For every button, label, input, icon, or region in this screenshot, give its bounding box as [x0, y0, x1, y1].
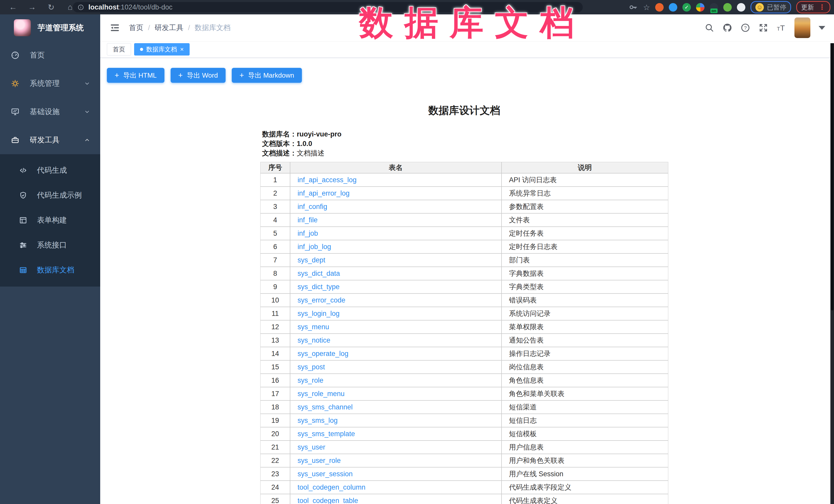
info-icon[interactable] — [77, 4, 84, 11]
table-link[interactable]: sys_sms_log — [298, 417, 337, 424]
kebab-menu-icon[interactable]: ⋮ — [818, 3, 826, 11]
meta-label: 文档描述： — [262, 149, 297, 157]
row-index: 24 — [260, 481, 290, 494]
ext-grid-icon[interactable] — [696, 3, 704, 12]
sidebar-subitem-4[interactable]: 数据库文档 — [0, 258, 100, 282]
row-index: 21 — [260, 440, 290, 454]
table-link[interactable]: sys_sms_template — [298, 430, 355, 438]
table-link[interactable]: sys_sms_channel — [298, 403, 353, 411]
table-link[interactable]: sys_post — [298, 363, 325, 371]
meta-value: 1.0.0 — [297, 140, 312, 148]
export-button-1[interactable]: +导出 Word — [171, 68, 225, 83]
row-index: 19 — [260, 414, 290, 427]
back-icon[interactable]: ← — [8, 3, 18, 12]
font-size-icon[interactable]: TT — [776, 23, 786, 32]
table-desc-cell: 短信日志 — [502, 414, 668, 427]
chevron-up-icon — [84, 137, 90, 144]
table-desc-cell: 系统异常日志 — [502, 187, 668, 200]
table-desc-cell: 角色信息表 — [502, 374, 668, 387]
chevron-down-icon — [84, 80, 90, 87]
paused-extension-chip[interactable]: ☺已暂停 — [750, 1, 791, 13]
meta-label: 数据库名： — [262, 130, 297, 138]
tab-1[interactable]: 数据库文档× — [134, 43, 190, 56]
app-logo — [14, 19, 31, 36]
table-row: 3inf_config参数配置表 — [260, 200, 668, 213]
export-button-0[interactable]: +导出 HTML — [107, 68, 164, 83]
breadcrumb-item[interactable]: 首页 — [129, 23, 144, 32]
ext-on-icon[interactable]: on — [710, 3, 718, 12]
table-link[interactable]: sys_operate_log — [298, 350, 348, 357]
table-link[interactable]: sys_error_code — [298, 296, 345, 304]
table-row: 17sys_role_menu角色和菜单关联表 — [260, 387, 668, 400]
row-index: 2 — [260, 187, 290, 200]
table-link[interactable]: sys_login_log — [298, 310, 340, 317]
table-link[interactable]: sys_user — [298, 443, 325, 451]
github-icon[interactable] — [723, 23, 732, 32]
breadcrumb-item[interactable]: 研发工具 — [155, 23, 183, 32]
ext-pin-icon[interactable] — [669, 3, 677, 12]
user-avatar[interactable] — [794, 18, 810, 38]
ext-leaf-icon[interactable] — [723, 3, 732, 12]
table-name-cell: sys_dict_data — [290, 267, 502, 280]
table-link[interactable]: inf_api_access_log — [298, 176, 357, 184]
sidebar-item-0[interactable]: 首页 — [0, 41, 100, 69]
export-button-label: 导出 Markdown — [248, 71, 294, 80]
table-desc-cell: 菜单权限表 — [502, 320, 668, 334]
sidebar-subitem-label: 代码生成示例 — [37, 190, 82, 200]
forward-icon[interactable]: → — [27, 3, 37, 12]
update-button[interactable]: 更新⋮ — [796, 1, 830, 13]
table-link[interactable]: inf_api_error_log — [298, 190, 350, 197]
hamburger-icon[interactable] — [109, 22, 120, 33]
ext-puzzle-icon[interactable] — [737, 3, 745, 12]
star-icon[interactable]: ☆ — [643, 3, 650, 12]
table-link[interactable]: sys_dict_data — [298, 270, 340, 277]
table-link[interactable]: sys_dept — [298, 256, 325, 264]
active-tab-dot — [140, 48, 143, 51]
sidebar-subitem-3[interactable]: 系统接口 — [0, 233, 100, 258]
table-link[interactable]: sys_user_session — [298, 470, 353, 478]
sidebar-subitem-1[interactable]: 代码生成示例 — [0, 183, 100, 208]
close-icon[interactable]: × — [180, 46, 184, 52]
table-link[interactable]: sys_notice — [298, 336, 330, 344]
sliders-icon — [19, 241, 27, 249]
breadcrumb-item: 数据库文档 — [195, 23, 231, 32]
table-link[interactable]: inf_config — [298, 203, 327, 211]
key-icon[interactable] — [628, 2, 638, 12]
tab-0[interactable]: 首页 — [107, 43, 131, 56]
fullscreen-icon[interactable] — [759, 23, 768, 32]
page-scrollbar[interactable] — [830, 43, 834, 504]
column-header: 序号 — [260, 162, 290, 173]
scrollbar-thumb[interactable] — [831, 43, 833, 310]
table-row: 6inf_job_log定时任务日志表 — [260, 240, 668, 254]
table-link[interactable]: sys_menu — [298, 323, 329, 331]
table-link[interactable]: sys_role — [298, 376, 324, 384]
table-link[interactable]: inf_job_log — [298, 243, 331, 250]
table-name-cell: inf_api_access_log — [290, 173, 502, 187]
chevron-down-icon[interactable] — [818, 26, 825, 30]
monitor-icon — [11, 107, 20, 116]
ext-orange-icon[interactable] — [655, 3, 664, 12]
row-index: 7 — [260, 254, 290, 267]
sidebar-subitem-label: 系统接口 — [37, 240, 67, 250]
export-button-2[interactable]: +导出 Markdown — [232, 68, 302, 83]
search-icon[interactable] — [704, 23, 714, 32]
help-icon[interactable]: ? — [741, 23, 750, 32]
sidebar-item-3[interactable]: 研发工具 — [0, 126, 100, 154]
reload-icon[interactable]: ↻ — [46, 3, 56, 12]
table-link[interactable]: inf_job — [298, 229, 318, 237]
table-link[interactable]: tool_codegen_column — [298, 483, 365, 491]
sidebar-subitem-2[interactable]: 表单构建 — [0, 208, 100, 233]
row-index: 11 — [260, 307, 290, 320]
table-link[interactable]: sys_user_role — [298, 457, 341, 464]
table-row: 5inf_job定时任务表 — [260, 227, 668, 240]
table-link[interactable]: sys_dict_type — [298, 283, 340, 291]
table-link[interactable]: tool_codegen_table — [298, 497, 358, 504]
sidebar-item-1[interactable]: 系统管理 — [0, 69, 100, 98]
sidebar-item-2[interactable]: 基础设施 — [0, 98, 100, 126]
table-link[interactable]: inf_file — [298, 216, 317, 224]
ext-check-icon[interactable]: ✓ — [682, 3, 691, 12]
row-index: 8 — [260, 267, 290, 280]
table-link[interactable]: sys_role_menu — [298, 390, 345, 398]
table-name-cell: tool_codegen_table — [290, 494, 502, 504]
sidebar-subitem-0[interactable]: 代码生成 — [0, 158, 100, 183]
